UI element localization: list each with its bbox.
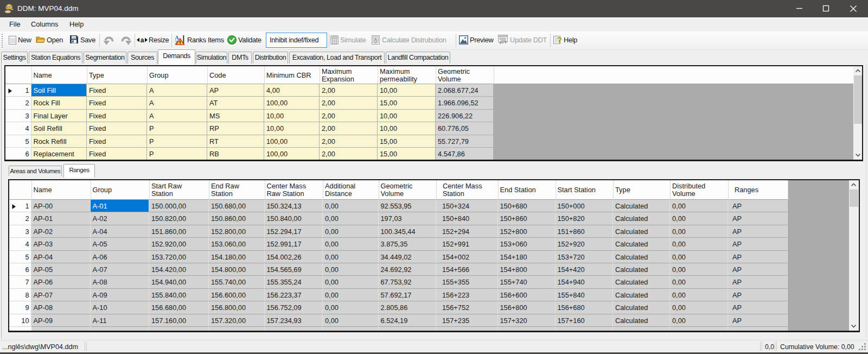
svg-text:a: a (141, 36, 144, 44)
svg-text:?: ? (558, 36, 562, 45)
